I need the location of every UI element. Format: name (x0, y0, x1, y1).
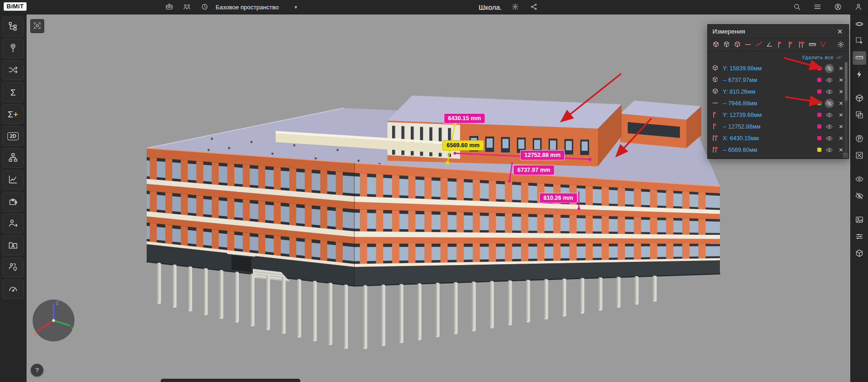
account-button[interactable] (832, 1, 844, 14)
square-icon: 2D (7, 132, 19, 140)
remove-measurement-button[interactable]: ✕ (837, 87, 845, 96)
panel-scrollbar[interactable] (845, 62, 848, 156)
parking-tool[interactable] (853, 132, 866, 146)
measure-flag[interactable] (775, 40, 785, 50)
structure[interactable] (2, 148, 24, 168)
settings-button[interactable] (509, 1, 522, 14)
org-icon (8, 152, 18, 164)
user-tasks[interactable] (2, 214, 24, 233)
probe-tool[interactable] (2, 39, 24, 58)
profile-button[interactable] (852, 1, 864, 14)
visibility-off-button[interactable] (825, 99, 834, 108)
team-button[interactable] (181, 1, 193, 14)
plugins[interactable] (2, 192, 24, 211)
user-icon (854, 3, 862, 12)
drawings-2d[interactable]: 2D (2, 126, 24, 146)
menu-button[interactable] (811, 1, 823, 14)
remove-measurement-button[interactable]: ✕ (837, 122, 845, 131)
model-tree[interactable] (2, 17, 24, 36)
close-icon[interactable]: ✕ (836, 27, 844, 36)
focus-button[interactable] (31, 20, 44, 33)
eye-off-icon (855, 191, 864, 202)
visibility-on-button[interactable] (825, 145, 834, 155)
select-tool[interactable] (853, 34, 866, 48)
remove-measurement-button[interactable]: ✕ (837, 75, 845, 85)
measurement-row: Y: 12739.68мм✕ (708, 109, 848, 121)
measurement-row: -- 7946.88мм✕ (708, 97, 848, 109)
history-button[interactable] (198, 1, 210, 14)
remove-measurement-button[interactable]: ✕ (837, 64, 845, 73)
delete-all-button[interactable]: Удалить все (802, 55, 834, 60)
measure-bbox-edge[interactable] (721, 40, 732, 50)
measurement-value: Y: 12739.68мм (723, 112, 814, 118)
visibility-on-button[interactable] (825, 122, 834, 131)
panel-resize-handle[interactable] (843, 153, 848, 158)
hide-tool[interactable] (853, 190, 866, 203)
t-bbox-icon (712, 64, 719, 72)
measurements-panel: Измерения ✕ Удалить все Y: 15839.98мм✕--… (707, 24, 849, 159)
workspace-selector[interactable]: Базовое пространство ▾ (216, 0, 297, 14)
measurement-row: -- 6737.97мм✕ (708, 74, 848, 86)
t-ruler-icon (808, 41, 816, 50)
measure-bbox[interactable] (711, 40, 721, 50)
snapshot-tool[interactable] (853, 213, 866, 227)
chevron-down-icon: ▾ (295, 4, 298, 10)
measure-tool[interactable] (853, 51, 866, 65)
layers-tool[interactable] (853, 109, 866, 122)
t-bbox-icon (712, 88, 719, 96)
visibility-on-button[interactable] (825, 110, 834, 120)
shared-projects[interactable] (2, 236, 24, 255)
probe-icon (8, 43, 18, 55)
t-bbox-x-icon (712, 76, 719, 84)
visibility-on-button[interactable] (825, 75, 834, 85)
search-button[interactable] (791, 1, 803, 14)
navigation-gizmo[interactable]: Z X Y (30, 297, 77, 344)
measure-ruler[interactable] (807, 40, 817, 50)
t-flag-icon (776, 41, 784, 50)
filter-tool[interactable] (853, 230, 866, 244)
remove-measurement-button[interactable]: ✕ (837, 99, 845, 108)
summary-add[interactable]: Σ+ (2, 104, 24, 124)
quick-actions[interactable] (853, 68, 866, 82)
left-toolbar: ΣΣ+2D (0, 14, 27, 382)
team-presence[interactable] (2, 258, 24, 277)
layers-icon (855, 110, 864, 121)
help-button[interactable]: ? (31, 364, 43, 376)
right-toolbar (850, 14, 868, 382)
visibility-on-button[interactable] (825, 134, 834, 143)
color-swatch (817, 89, 821, 94)
show-tool[interactable] (853, 173, 866, 186)
measure-bbox-face[interactable] (732, 40, 742, 50)
measurement-settings[interactable] (835, 40, 846, 50)
delete-all-row: Удалить все (708, 52, 848, 61)
dashboard[interactable] (2, 280, 24, 299)
measurement-value: X: 6430.15мм (723, 135, 814, 142)
measure-flags[interactable] (796, 40, 807, 50)
orbit-tool[interactable] (853, 18, 866, 31)
remove-measurement-button[interactable]: ✕ (837, 110, 845, 120)
remove-measurement-button[interactable]: ✕ (837, 134, 845, 143)
toolbox-button[interactable] (163, 1, 175, 14)
t-bbox-icon (712, 41, 720, 50)
clip-plane-tool[interactable] (853, 149, 866, 163)
focus-icon (33, 21, 41, 31)
measure-flag-edge[interactable] (786, 40, 796, 50)
t-points-icon (712, 99, 719, 107)
summary[interactable]: Σ (2, 82, 24, 102)
share-icon (530, 3, 538, 12)
model-cube-tool[interactable] (853, 247, 866, 260)
clash-detection[interactable] (2, 61, 24, 80)
measurement-tools (708, 39, 848, 52)
visibility-on-button[interactable] (825, 87, 834, 96)
measurement-value: -- 12752.88мм (723, 123, 814, 130)
measure-markup[interactable] (818, 40, 828, 50)
share-button[interactable] (528, 1, 540, 14)
section-box-tool[interactable] (853, 92, 866, 105)
analytics[interactable] (2, 170, 24, 190)
measure-angle[interactable] (764, 40, 774, 50)
measure-point-to-point[interactable] (743, 40, 753, 50)
color-swatch (817, 136, 821, 140)
app-logo[interactable]: BiMiT (4, 2, 27, 11)
visibility-off-button[interactable] (825, 64, 834, 73)
measure-polyline[interactable] (753, 40, 764, 50)
